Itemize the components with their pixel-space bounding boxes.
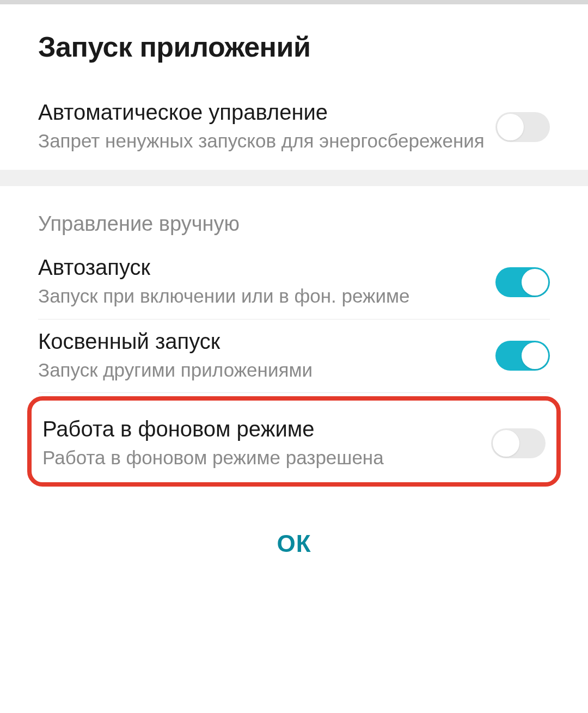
autostart-title: Автозапуск: [38, 255, 485, 280]
autostart-text: Автозапуск Запуск при включении или в фо…: [38, 255, 495, 309]
auto-manage-text: Автоматическое управление Запрет ненужны…: [38, 100, 495, 153]
section-divider: [0, 170, 588, 186]
background-text: Работа в фоновом режиме Работа в фоновом…: [42, 417, 491, 470]
toggle-knob-icon: [522, 269, 548, 296]
toggle-knob-icon: [522, 342, 548, 369]
auto-manage-row[interactable]: Автоматическое управление Запрет ненужны…: [0, 85, 588, 170]
dialog-title: Запуск приложений: [38, 30, 550, 63]
manual-section-header: Управление вручную: [0, 186, 588, 245]
autostart-toggle[interactable]: [495, 267, 550, 297]
indirect-launch-toggle[interactable]: [495, 341, 550, 371]
highlight-annotation: Работа в фоновом режиме Работа в фоновом…: [27, 396, 561, 487]
toggle-knob-icon: [493, 430, 519, 457]
indirect-launch-row[interactable]: Косвенный запуск Запуск другими приложен…: [0, 319, 588, 392]
autostart-row[interactable]: Автозапуск Запуск при включении или в фо…: [0, 245, 588, 318]
background-title: Работа в фоновом режиме: [42, 417, 480, 441]
row-divider: [38, 392, 550, 393]
auto-manage-title: Автоматическое управление: [38, 100, 485, 125]
background-row[interactable]: Работа в фоновом режиме Работа в фоновом…: [42, 406, 546, 470]
background-toggle[interactable]: [491, 428, 546, 458]
background-desc: Работа в фоновом режиме разрешена: [42, 445, 480, 470]
autostart-desc: Запуск при включении или в фон. режиме: [38, 283, 485, 309]
toggle-knob-icon: [497, 114, 524, 140]
manual-section-label: Управление вручную: [38, 212, 550, 236]
dialog-footer: ОК: [0, 487, 588, 568]
indirect-launch-title: Косвенный запуск: [38, 329, 485, 354]
dialog-header: Запуск приложений: [0, 4, 588, 85]
indirect-launch-desc: Запуск другими приложениями: [38, 357, 485, 383]
top-shadow-bar: [0, 0, 588, 4]
ok-button[interactable]: ОК: [255, 519, 333, 568]
indirect-launch-text: Косвенный запуск Запуск другими приложен…: [38, 329, 495, 383]
auto-manage-toggle[interactable]: [495, 112, 550, 142]
auto-manage-desc: Запрет ненужных запусков для энергосбере…: [38, 128, 485, 153]
